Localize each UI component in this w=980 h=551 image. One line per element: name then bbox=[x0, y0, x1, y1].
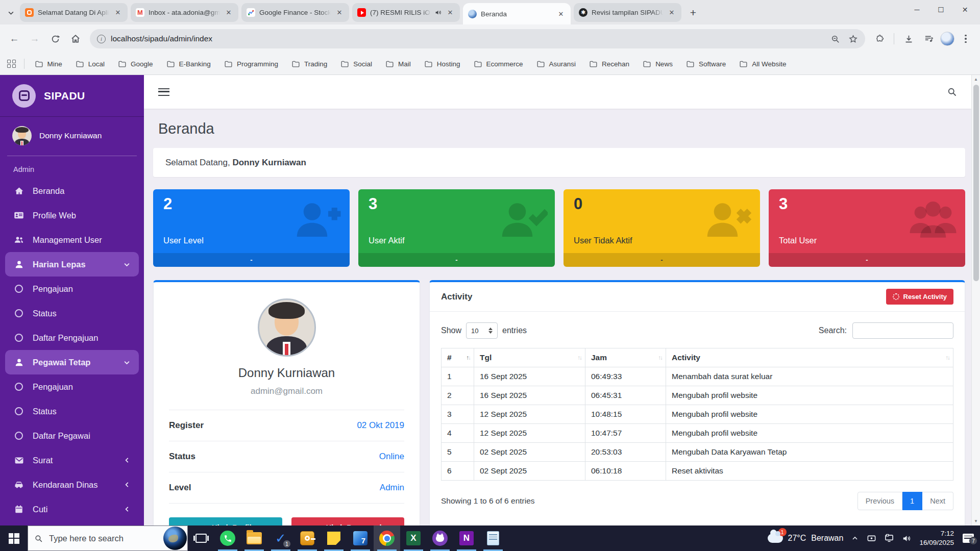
tray-expand-chevron-icon[interactable] bbox=[851, 534, 859, 542]
sidebar-item-status-pt[interactable]: Status bbox=[5, 399, 139, 423]
maximize-button[interactable]: ☐ bbox=[929, 0, 953, 19]
bookmark-folder-mail[interactable]: Mail bbox=[382, 58, 414, 70]
cast-icon[interactable] bbox=[867, 534, 876, 543]
change-password-button[interactable]: Ubah Password bbox=[291, 517, 405, 525]
profile-row-value[interactable]: Online bbox=[379, 452, 404, 462]
extensions-button[interactable] bbox=[870, 30, 889, 48]
stat-footer[interactable]: - bbox=[153, 253, 350, 267]
browser-menu-button[interactable] bbox=[957, 30, 975, 48]
stat-footer[interactable]: - bbox=[564, 253, 760, 267]
sidebar-item-pengajuan-hl[interactable]: Pengajuan bbox=[5, 277, 139, 301]
bookmark-folder-google[interactable]: Google bbox=[115, 58, 156, 70]
task-view-button[interactable] bbox=[188, 525, 214, 551]
page-length-select[interactable]: 10 bbox=[466, 322, 498, 339]
bookmark-folder-mine[interactable]: Mine bbox=[32, 58, 65, 70]
tab-beranda-active[interactable]: Beranda ✕ bbox=[463, 3, 571, 24]
stat-footer[interactable]: - bbox=[769, 253, 965, 267]
forward-button[interactable]: → bbox=[26, 30, 44, 48]
taskbar-app-whatsapp[interactable] bbox=[214, 525, 241, 551]
start-button[interactable] bbox=[0, 525, 28, 551]
taskbar-search-input[interactable] bbox=[49, 534, 141, 543]
sidebar-item-pengajuan-pt[interactable]: Pengajuan bbox=[5, 374, 139, 399]
sidebar-item-daftar-pengajuan[interactable]: Daftar Pengajuan bbox=[5, 325, 139, 350]
pagination-page-1[interactable]: 1 bbox=[902, 492, 922, 510]
taskbar-app-excel[interactable]: X bbox=[400, 525, 427, 551]
weather-widget[interactable]: 1 27°C Berawan bbox=[768, 534, 844, 543]
page-scrollbar[interactable]: ▲ ▼ bbox=[971, 75, 980, 525]
column-header-activity[interactable]: Activity↑↓ bbox=[666, 348, 953, 367]
edit-profile-button[interactable]: Ubah Profil bbox=[169, 517, 282, 525]
bookmark-folder-social[interactable]: Social bbox=[337, 58, 375, 70]
sidebar-item-cuti[interactable]: Cuti bbox=[5, 497, 139, 521]
close-window-button[interactable]: ✕ bbox=[953, 0, 977, 19]
sidebar-item-surat[interactable]: Surat bbox=[5, 448, 139, 472]
minimize-button[interactable]: ─ bbox=[905, 0, 929, 19]
scroll-up-icon[interactable]: ▲ bbox=[974, 75, 978, 84]
new-tab-button[interactable]: + bbox=[685, 5, 701, 21]
downloads-button[interactable] bbox=[899, 30, 918, 48]
taskbar-app-github[interactable] bbox=[427, 525, 453, 551]
bookmark-folder-asuransi[interactable]: Asuransi bbox=[533, 58, 579, 70]
bookmark-folder-recehan[interactable]: Recehan bbox=[586, 58, 632, 70]
sidebar-item-daftar-pegawai[interactable]: Daftar Pegawai bbox=[5, 423, 139, 448]
taskbar-app-notepad[interactable] bbox=[480, 525, 506, 551]
taskbar-app-windows7-vm[interactable]: 7 bbox=[347, 525, 374, 551]
close-icon[interactable]: ✕ bbox=[446, 8, 455, 17]
tab-xampp[interactable]: Selamat Datang Di Aplikasi ✕ bbox=[20, 3, 128, 22]
bookmark-folder-ecommerce[interactable]: Ecommerce bbox=[471, 58, 526, 70]
taskbar-app-onenote[interactable]: N bbox=[453, 525, 480, 551]
table-row[interactable]: 216 Sept 202506:45:31Mengubah profil web… bbox=[442, 386, 953, 405]
bookmark-folder-hosting[interactable]: Hosting bbox=[421, 58, 463, 70]
sidebar-item-harian-lepas[interactable]: Harian Lepas bbox=[5, 252, 139, 277]
scroll-down-icon[interactable]: ▼ bbox=[974, 517, 978, 525]
url-text[interactable]: localhost/sipadu/admin/index bbox=[111, 34, 822, 43]
stat-card-user-level[interactable]: 2 User Level - bbox=[153, 189, 350, 267]
taskbar-app-explorer[interactable] bbox=[241, 525, 267, 551]
apps-grid-icon[interactable] bbox=[7, 60, 16, 68]
back-button[interactable]: ← bbox=[5, 30, 23, 48]
browser-profile-avatar[interactable] bbox=[940, 32, 954, 46]
bookmark-folder-news[interactable]: News bbox=[640, 58, 676, 70]
bookmark-folder-software[interactable]: Software bbox=[683, 58, 729, 70]
table-row[interactable]: 312 Sept 202510:48:15Mengubah profil web… bbox=[442, 405, 953, 424]
home-button[interactable] bbox=[66, 30, 85, 48]
bookmark-folder-ebanking[interactable]: E-Banking bbox=[163, 58, 214, 70]
sidebar-item-status-hl[interactable]: Status bbox=[5, 301, 139, 325]
pagination-previous[interactable]: Previous bbox=[857, 492, 902, 510]
network-icon[interactable] bbox=[884, 533, 894, 543]
sidebar-item-kendaraan-dinas[interactable]: Kendaraan Dinas bbox=[5, 472, 139, 497]
volume-icon[interactable] bbox=[902, 534, 912, 543]
tab-gmail[interactable]: M Inbox - ata.adonia@gmail.c ✕ bbox=[131, 3, 238, 22]
search-input[interactable] bbox=[852, 322, 953, 339]
address-bar[interactable]: i localhost/sipadu/admin/index bbox=[90, 29, 865, 48]
brand-header[interactable]: SIPADU bbox=[0, 75, 144, 117]
stat-footer[interactable]: - bbox=[358, 253, 555, 267]
stat-card-total-user[interactable]: 3 Total User - bbox=[769, 189, 965, 267]
pagination-next[interactable]: Next bbox=[922, 492, 953, 510]
tab-youtube[interactable]: (7) RESMI RILIS iOS 26 ✕ bbox=[352, 3, 460, 22]
bookmark-folder-all-website[interactable]: All Website bbox=[736, 58, 789, 70]
sidebar-item-profile-web[interactable]: Profile Web bbox=[5, 203, 139, 228]
scrollbar-thumb[interactable] bbox=[973, 85, 979, 281]
tab-chatgpt[interactable]: ✱ Revisi tampilan SIPADU ✕ bbox=[574, 3, 681, 22]
profile-row-value[interactable]: 02 Okt 2019 bbox=[357, 420, 404, 431]
zoom-indicator-icon[interactable] bbox=[830, 34, 840, 44]
sidebar-item-pegawai-tetap[interactable]: Pegawai Tetap bbox=[5, 350, 139, 374]
sidebar-item-beranda[interactable]: Beranda bbox=[5, 179, 139, 203]
stat-card-user-aktif[interactable]: 3 User Aktif - bbox=[358, 189, 555, 267]
tab-google-finance[interactable]: Google Finance - Stock Mar ✕ bbox=[241, 3, 349, 22]
table-row[interactable]: 602 Sept 202506:10:18Reset aktivitas bbox=[442, 462, 953, 481]
table-row[interactable]: 116 Sept 202506:49:33Menambah data surat… bbox=[442, 367, 953, 386]
close-icon[interactable]: ✕ bbox=[556, 9, 566, 18]
table-row[interactable]: 412 Sept 202510:47:57Mengubah profil web… bbox=[442, 424, 953, 443]
taskbar-app-chrome[interactable] bbox=[374, 525, 400, 551]
column-header-jam[interactable]: Jam↑↓ bbox=[585, 348, 666, 367]
bookmark-star-icon[interactable] bbox=[848, 34, 858, 44]
close-icon[interactable]: ✕ bbox=[335, 8, 344, 17]
stat-card-user-tidak-aktif[interactable]: 0 User Tidak Aktif - bbox=[564, 189, 760, 267]
bookmark-folder-local[interactable]: Local bbox=[72, 58, 108, 70]
media-controls-button[interactable] bbox=[920, 30, 938, 48]
tab-search-button[interactable] bbox=[3, 4, 18, 22]
column-header-number[interactable]: #↑↓ bbox=[442, 348, 474, 367]
hamburger-menu-icon[interactable] bbox=[158, 88, 169, 96]
